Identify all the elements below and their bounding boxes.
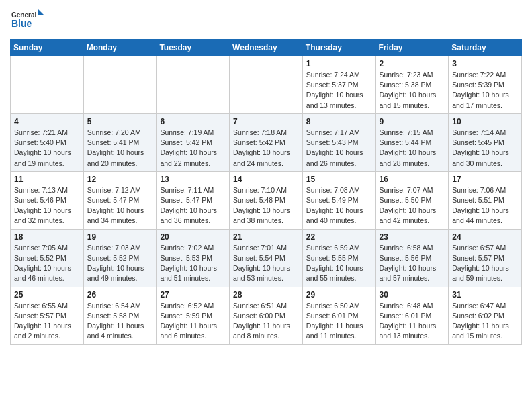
calendar-cell (157, 56, 230, 114)
day-number: 10 (452, 117, 518, 126)
calendar-cell: 8Sunrise: 7:17 AMSunset: 5:43 PMDaylight… (302, 113, 375, 171)
day-number: 30 (380, 290, 445, 300)
day-info: Sunrise: 7:08 AMSunset: 5:49 PMDaylight:… (306, 185, 372, 226)
day-number: 7 (233, 117, 299, 126)
calendar-cell: 18Sunrise: 7:05 AMSunset: 5:52 PMDayligh… (11, 229, 84, 287)
logo-svg: General Blue (10, 7, 44, 34)
weekday-header-monday: Monday (83, 40, 157, 56)
day-info: Sunrise: 6:50 AMSunset: 6:01 PMDaylight:… (306, 301, 372, 342)
day-number: 17 (452, 175, 518, 184)
weekday-header-saturday: Saturday (449, 40, 522, 56)
day-number: 3 (452, 59, 518, 68)
day-number: 21 (233, 232, 299, 242)
calendar-cell: 20Sunrise: 7:02 AMSunset: 5:53 PMDayligh… (157, 229, 230, 287)
calendar-cell: 7Sunrise: 7:18 AMSunset: 5:42 PMDaylight… (230, 113, 303, 171)
day-info: Sunrise: 7:02 AMSunset: 5:53 PMDaylight:… (160, 243, 226, 284)
day-number: 29 (306, 290, 372, 300)
calendar-cell: 1Sunrise: 7:24 AMSunset: 5:37 PMDaylight… (302, 56, 375, 114)
day-info: Sunrise: 6:52 AMSunset: 5:59 PMDaylight:… (160, 301, 226, 342)
calendar-cell: 25Sunrise: 6:55 AMSunset: 5:57 PMDayligh… (11, 287, 84, 345)
calendar-cell: 28Sunrise: 6:51 AMSunset: 6:00 PMDayligh… (230, 287, 303, 345)
day-number: 8 (306, 117, 372, 126)
calendar-cell: 22Sunrise: 6:59 AMSunset: 5:55 PMDayligh… (302, 229, 375, 287)
weekday-header-friday: Friday (375, 40, 449, 56)
day-info: Sunrise: 7:01 AMSunset: 5:54 PMDaylight:… (233, 243, 299, 284)
day-info: Sunrise: 7:10 AMSunset: 5:48 PMDaylight:… (233, 185, 299, 226)
day-number: 9 (380, 117, 445, 126)
day-info: Sunrise: 7:03 AMSunset: 5:52 PMDaylight:… (87, 243, 153, 284)
calendar-cell: 15Sunrise: 7:08 AMSunset: 5:49 PMDayligh… (302, 171, 375, 229)
calendar-cell: 13Sunrise: 7:11 AMSunset: 5:47 PMDayligh… (157, 171, 230, 229)
day-info: Sunrise: 6:51 AMSunset: 6:00 PMDaylight:… (233, 301, 299, 342)
day-number: 13 (160, 175, 226, 184)
day-info: Sunrise: 6:47 AMSunset: 6:02 PMDaylight:… (452, 301, 518, 342)
calendar-header: SundayMondayTuesdayWednesdayThursdayFrid… (11, 40, 522, 56)
day-info: Sunrise: 6:59 AMSunset: 5:55 PMDaylight:… (306, 243, 372, 284)
calendar-week-2: 4Sunrise: 7:21 AMSunset: 5:40 PMDaylight… (11, 113, 522, 171)
calendar-cell: 14Sunrise: 7:10 AMSunset: 5:48 PMDayligh… (230, 171, 303, 229)
calendar-cell: 9Sunrise: 7:15 AMSunset: 5:44 PMDaylight… (375, 113, 449, 171)
calendar-cell: 10Sunrise: 7:14 AMSunset: 5:45 PMDayligh… (449, 113, 522, 171)
day-info: Sunrise: 7:15 AMSunset: 5:44 PMDaylight:… (380, 128, 445, 169)
day-info: Sunrise: 7:19 AMSunset: 5:42 PMDaylight:… (160, 128, 226, 169)
calendar-cell: 19Sunrise: 7:03 AMSunset: 5:52 PMDayligh… (83, 229, 157, 287)
day-number: 27 (160, 290, 226, 300)
calendar-cell: 5Sunrise: 7:20 AMSunset: 5:41 PMDaylight… (83, 113, 157, 171)
day-info: Sunrise: 7:07 AMSunset: 5:50 PMDaylight:… (380, 185, 445, 226)
calendar-cell: 29Sunrise: 6:50 AMSunset: 6:01 PMDayligh… (302, 287, 375, 345)
calendar-cell (230, 56, 303, 114)
day-number: 26 (87, 290, 153, 300)
day-info: Sunrise: 7:06 AMSunset: 5:51 PMDaylight:… (452, 185, 518, 226)
day-info: Sunrise: 7:11 AMSunset: 5:47 PMDaylight:… (160, 185, 226, 226)
day-number: 16 (380, 175, 445, 184)
day-number: 23 (380, 232, 445, 242)
day-number: 22 (306, 232, 372, 242)
day-number: 19 (87, 232, 153, 242)
calendar-week-4: 18Sunrise: 7:05 AMSunset: 5:52 PMDayligh… (11, 229, 522, 287)
logo: General Blue (10, 7, 44, 34)
day-number: 14 (233, 175, 299, 184)
day-number: 1 (306, 59, 372, 68)
day-number: 25 (14, 290, 80, 300)
svg-text:Blue: Blue (11, 18, 32, 29)
day-number: 2 (380, 59, 445, 68)
day-info: Sunrise: 7:23 AMSunset: 5:38 PMDaylight:… (380, 70, 445, 111)
calendar-cell: 2Sunrise: 7:23 AMSunset: 5:38 PMDaylight… (375, 56, 449, 114)
calendar-cell: 17Sunrise: 7:06 AMSunset: 5:51 PMDayligh… (449, 171, 522, 229)
calendar-cell: 16Sunrise: 7:07 AMSunset: 5:50 PMDayligh… (375, 171, 449, 229)
day-info: Sunrise: 7:12 AMSunset: 5:47 PMDaylight:… (87, 185, 153, 226)
day-info: Sunrise: 7:21 AMSunset: 5:40 PMDaylight:… (14, 128, 80, 169)
weekday-header-wednesday: Wednesday (230, 40, 303, 56)
day-info: Sunrise: 6:58 AMSunset: 5:56 PMDaylight:… (380, 243, 445, 284)
day-info: Sunrise: 7:18 AMSunset: 5:42 PMDaylight:… (233, 128, 299, 169)
day-info: Sunrise: 7:14 AMSunset: 5:45 PMDaylight:… (452, 128, 518, 169)
day-info: Sunrise: 7:17 AMSunset: 5:43 PMDaylight:… (306, 128, 372, 169)
day-info: Sunrise: 6:54 AMSunset: 5:58 PMDaylight:… (87, 301, 153, 342)
calendar-cell: 31Sunrise: 6:47 AMSunset: 6:02 PMDayligh… (449, 287, 522, 345)
calendar-cell: 24Sunrise: 6:57 AMSunset: 5:57 PMDayligh… (449, 229, 522, 287)
day-number: 11 (14, 175, 80, 184)
weekday-header-tuesday: Tuesday (157, 40, 230, 56)
calendar-cell: 4Sunrise: 7:21 AMSunset: 5:40 PMDaylight… (11, 113, 84, 171)
day-number: 18 (14, 232, 80, 242)
calendar-cell: 12Sunrise: 7:12 AMSunset: 5:47 PMDayligh… (83, 171, 157, 229)
day-info: Sunrise: 7:05 AMSunset: 5:52 PMDaylight:… (14, 243, 80, 284)
day-info: Sunrise: 6:57 AMSunset: 5:57 PMDaylight:… (452, 243, 518, 284)
calendar-cell: 21Sunrise: 7:01 AMSunset: 5:54 PMDayligh… (230, 229, 303, 287)
calendar-cell: 3Sunrise: 7:22 AMSunset: 5:39 PMDaylight… (449, 56, 522, 114)
calendar-cell: 6Sunrise: 7:19 AMSunset: 5:42 PMDaylight… (157, 113, 230, 171)
calendar-body: 1Sunrise: 7:24 AMSunset: 5:37 PMDaylight… (11, 56, 522, 345)
day-number: 6 (160, 117, 226, 126)
calendar-cell: 30Sunrise: 6:48 AMSunset: 6:01 PMDayligh… (375, 287, 449, 345)
day-info: Sunrise: 7:13 AMSunset: 5:46 PMDaylight:… (14, 185, 80, 226)
day-number: 24 (452, 232, 518, 242)
day-number: 15 (306, 175, 372, 184)
calendar-cell (83, 56, 157, 114)
calendar-cell: 11Sunrise: 7:13 AMSunset: 5:46 PMDayligh… (11, 171, 84, 229)
calendar-cell: 27Sunrise: 6:52 AMSunset: 5:59 PMDayligh… (157, 287, 230, 345)
calendar-cell (11, 56, 84, 114)
weekday-header-thursday: Thursday (302, 40, 375, 56)
svg-marker-2 (38, 9, 44, 15)
day-info: Sunrise: 7:22 AMSunset: 5:39 PMDaylight:… (452, 70, 518, 111)
header: General Blue (10, 7, 522, 34)
